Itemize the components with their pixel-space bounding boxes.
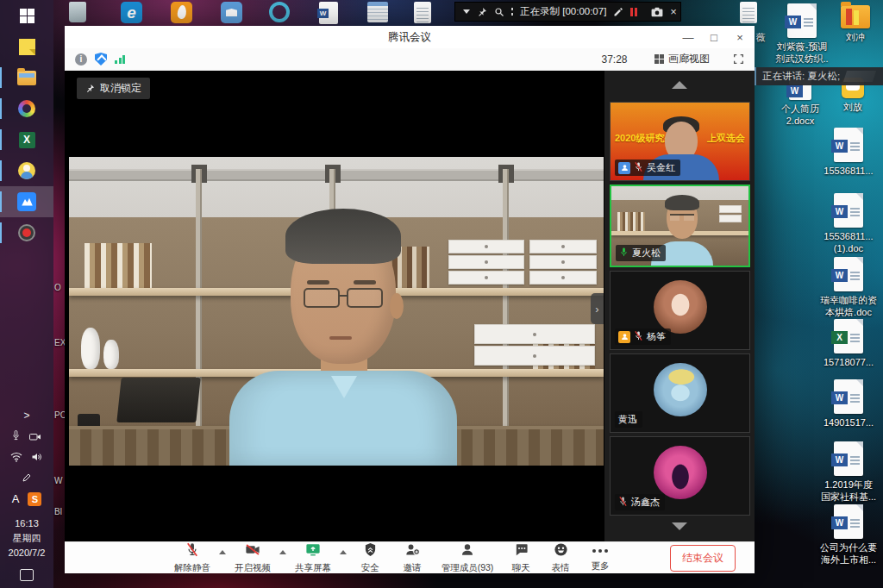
desktop-icon-label: 14901517... <box>824 416 874 428</box>
meeting-toolbar: 解除静音 开启视频 共享屏幕 安全 <box>65 541 755 573</box>
spreadsheet-icon[interactable] <box>367 2 388 22</box>
mic-muted-icon <box>618 496 628 509</box>
invite-button[interactable]: 邀请 <box>391 542 434 574</box>
manage-members-button[interactable]: 管理成员(93) <box>434 542 501 574</box>
unpin-button[interactable]: 取消锁定 <box>77 78 150 99</box>
desktop-icon-doc[interactable]: W 公司为什么要 海外上市相... <box>805 504 883 566</box>
desktop-icon-doc[interactable]: W 1.2019年度 国家社科基... <box>805 441 883 504</box>
panel-collapse-arrow[interactable]: › <box>591 293 604 324</box>
participant-tile[interactable]: 2020级研究生 上双选会 吴金红 <box>610 102 750 181</box>
maximize-button[interactable]: □ <box>701 26 727 48</box>
hidden-icons-chevron[interactable]: > <box>23 410 29 427</box>
desktop-icon-label: 15536811... (1).doc <box>824 230 873 255</box>
recycle-bin-icon[interactable] <box>69 2 86 22</box>
participant-name: 黄迅 <box>618 413 637 426</box>
desktop-icon-doc[interactable]: W 瑞幸咖啡的资 本烘焙.doc <box>805 257 883 319</box>
desktop-icon-liu-chong[interactable]: 刘冲 <box>828 5 883 43</box>
participant-tile[interactable]: 杨筝 <box>610 271 750 350</box>
shield-icon <box>364 542 377 560</box>
clock-time: 16:13 <box>9 516 46 531</box>
window-titlebar: 腾讯会议 — □ × <box>65 26 755 48</box>
tray-volume-icon[interactable] <box>31 450 42 466</box>
tray-microphone-icon[interactable] <box>11 429 21 445</box>
recorder-pause-icon[interactable] <box>630 8 637 16</box>
end-meeting-button[interactable]: 结束会议 <box>670 545 736 572</box>
record-icon <box>18 224 35 241</box>
desktop-icon-label: 刘紫薇-预调 剂武汉纺织.. <box>775 41 828 66</box>
participant-tile-speaking[interactable]: 夏火松 <box>610 185 750 267</box>
network-quality-icon[interactable] <box>115 55 125 64</box>
participant-avatar <box>654 363 707 416</box>
box-app-icon[interactable] <box>221 2 242 23</box>
chat-button[interactable]: 聊天 <box>501 542 541 574</box>
taskbar-excel[interactable]: X <box>0 124 53 155</box>
recorder-collapse-caret-icon[interactable] <box>463 9 470 14</box>
emoji-button[interactable]: 表情 <box>541 542 580 574</box>
mic-options-caret[interactable] <box>219 550 226 554</box>
desktop-icon-sheet[interactable]: X 15718077... <box>805 319 883 368</box>
recorder-zoom-icon[interactable] <box>494 7 504 17</box>
user-avatar-icon <box>18 162 35 179</box>
participant-name: 夏火松 <box>632 247 661 260</box>
recorder-screenshot-icon[interactable] <box>651 7 663 17</box>
participant-label: 夏火松 <box>616 245 666 261</box>
taskbar-file-explorer[interactable] <box>0 62 53 93</box>
recorder-pin-icon[interactable] <box>477 7 487 17</box>
sogou-input-icon[interactable]: S <box>28 492 41 506</box>
desktop-icon-doc[interactable]: W 14901517... <box>805 379 883 428</box>
security-button[interactable]: 安全 <box>349 542 391 574</box>
windows-logo-icon <box>20 9 34 23</box>
screen-recorder-bar: 正在录制 [00:00:07] × <box>454 2 681 22</box>
scroll-down-arrow[interactable] <box>672 522 687 530</box>
member-badge-icon <box>618 162 630 174</box>
speaking-toast: 正在讲话: 夏火松; <box>755 67 883 85</box>
flame-app-icon[interactable] <box>171 2 192 23</box>
close-button[interactable]: × <box>727 26 753 48</box>
more-dots-icon <box>592 544 608 559</box>
taskbar-clock[interactable]: 16:13 星期四 2020/7/2 <box>9 516 46 560</box>
gallery-grid-icon <box>654 54 665 65</box>
share-options-caret[interactable] <box>340 550 347 554</box>
gallery-view-toggle[interactable]: 画廊视图 <box>654 52 711 66</box>
more-button[interactable]: 更多 <box>580 544 620 572</box>
tray-pen-icon[interactable] <box>22 471 32 486</box>
start-video-button[interactable]: 开启视频 <box>229 542 277 574</box>
participant-tile[interactable]: 黄迅 <box>610 353 750 433</box>
action-center-icon[interactable] <box>20 569 34 581</box>
minimize-button[interactable]: — <box>675 26 701 48</box>
tray-camera-icon[interactable] <box>29 429 41 445</box>
meeting-security-shield-icon[interactable] <box>95 53 107 66</box>
taskbar-sticky-notes[interactable] <box>0 31 53 62</box>
participant-tile[interactable]: 汤鑫杰 <box>610 436 750 516</box>
file-explorer-icon <box>17 71 36 85</box>
meeting-info-icon[interactable]: i <box>75 53 87 66</box>
video-options-caret[interactable] <box>279 550 286 554</box>
taskbar: X > A S 16:13 星期四 <box>0 0 53 588</box>
clock-weekday: 星期四 <box>9 531 46 546</box>
share-screen-button[interactable]: 共享屏幕 <box>289 542 337 574</box>
ring-app-icon[interactable] <box>269 2 290 22</box>
desktop-icon-doc[interactable]: W 15536811... (1).doc <box>805 193 883 255</box>
folder-icon <box>841 5 870 28</box>
word-doc-icon[interactable] <box>319 2 338 24</box>
recorder-close-icon[interactable]: × <box>670 6 677 17</box>
input-language-indicator[interactable]: A <box>12 492 20 505</box>
document-icon[interactable] <box>740 2 757 23</box>
recorder-region-icon[interactable] <box>511 8 513 16</box>
edge-browser-icon[interactable]: e <box>121 2 142 23</box>
tray-wifi-icon[interactable] <box>10 450 22 466</box>
meeting-statusbar: i 37:28 画廊视图 <box>65 48 755 71</box>
taskbar-user-account[interactable] <box>0 155 53 186</box>
fullscreen-icon[interactable] <box>733 53 744 65</box>
taskbar-screen-recorder[interactable] <box>0 217 53 248</box>
document-icon[interactable] <box>414 2 431 23</box>
tencent-meeting-window: 腾讯会议 — □ × i 37:28 画廊视图 <box>65 26 755 573</box>
participant-avatar <box>654 446 707 499</box>
unmute-button[interactable]: 解除静音 <box>168 542 216 574</box>
recorder-edit-icon[interactable] <box>613 7 623 17</box>
start-button[interactable] <box>0 0 53 31</box>
taskbar-browser[interactable] <box>0 93 53 124</box>
desktop-icon-doc[interactable]: W 15536811... <box>805 128 883 177</box>
scroll-up-arrow[interactable] <box>672 81 687 89</box>
taskbar-tencent-meeting[interactable] <box>0 186 53 217</box>
